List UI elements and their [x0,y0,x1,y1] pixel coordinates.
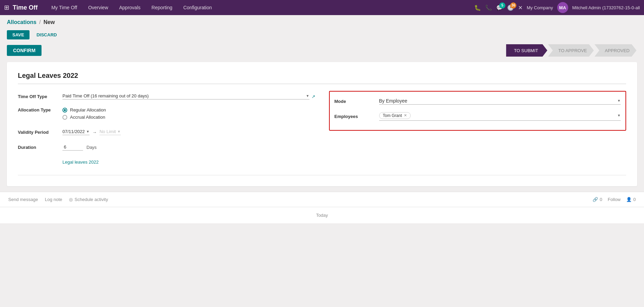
status-step-to-approve[interactable]: TO APPROVE [548,44,594,57]
duration-input[interactable] [62,144,83,151]
duration-unit: Days [86,145,97,150]
breadcrumb-current: New [44,19,55,25]
status-steps: TO SUBMIT TO APPROVE APPROVED [506,44,637,57]
app-title: Time Off [13,4,38,11]
radio-regular-label: Regular Allocation [70,107,106,113]
top-navigation: ⊞ Time Off My Time Off Overview Approval… [0,0,644,15]
form-description[interactable]: Legal leaves 2022 [62,160,315,165]
breadcrumb-parent[interactable]: Allocations [7,19,36,25]
mode-row: Mode By Employee ▼ [335,96,621,107]
allocation-type-row: Allocation Type Regular Allocation Accru… [18,106,315,120]
validity-start-field[interactable]: 07/11/2022 ▼ [62,129,90,135]
employee-tag-close[interactable]: ✕ [404,113,407,118]
duration-label: Duration [18,145,62,150]
status-bar: CONFIRM TO SUBMIT TO APPROVE APPROVED [0,43,644,59]
nav-configuration[interactable]: Configuration [178,0,217,15]
confirm-button[interactable]: CONFIRM [7,45,42,56]
time-off-type-label: Time Off Type [18,94,62,99]
duration-row-inner: Days [62,144,315,151]
schedule-activity-button[interactable]: ◎ Schedule activity [69,197,108,202]
followers-count: 0 [633,197,636,202]
followers-icon: 👤 [626,197,632,202]
time-off-type-dropdown-arrow: ▼ [306,94,309,98]
radio-regular-dot [62,108,67,113]
close-icon[interactable]: ✕ [518,4,523,11]
today-section: Today [0,207,644,223]
time-off-type-row: Time Off Type Paid Time Off (16 remainin… [18,91,315,102]
phone-icon[interactable]: 📞 [485,4,492,11]
clock-icon[interactable]: 🕐 36 [507,4,514,11]
toolbar: SAVE DISCARD [0,28,644,43]
breadcrumb: Allocations / New [0,15,644,28]
radio-accrual-label: Accrual Allocation [70,115,105,120]
attachments-count: 0 [600,197,602,202]
discard-button[interactable]: DISCARD [32,30,61,39]
duration-field: Days [62,144,315,151]
status-step-to-submit[interactable]: TO SUBMIT [506,44,547,57]
bug-icon[interactable]: 🐛 [474,4,481,11]
avatar[interactable]: MA [557,2,568,13]
attachments-item[interactable]: 🔗 0 [593,197,602,202]
nav-menu: My Time Off Overview Approvals Reporting… [46,0,474,15]
schedule-activity-icon: ◎ [69,197,73,202]
employees-dropdown-arrow: ▼ [617,114,621,117]
employees-field: Tom Grant ✕ ▼ [379,112,621,121]
validity-arrow-icon: → [92,130,97,135]
topbar-right: 🐛 📞 💬 5 🕐 36 ✕ My Company MA Mitchell Ad… [474,2,640,13]
grid-icon[interactable]: ⊞ [4,4,9,11]
chat-icon[interactable]: 💬 5 [496,4,503,11]
bottom-right: 🔗 0 Follow 👤 0 [593,197,636,202]
breadcrumb-separator: / [39,19,40,25]
form-title: Legal Leaves 2022 [18,72,626,84]
employee-tag: Tom Grant ✕ [379,112,411,119]
validity-row: 07/11/2022 ▼ → No Limit ▼ [62,129,315,135]
allocation-type-field: Regular Allocation Accrual Allocation [62,107,315,120]
form-divider [18,175,626,175]
bottom-bar: Send message Log note ◎ Schedule activit… [0,192,644,207]
employees-select[interactable]: Tom Grant ✕ ▼ [379,112,621,121]
company-name[interactable]: My Company [527,5,553,10]
send-message-button[interactable]: Send message [8,197,38,202]
mode-value: By Employee [379,98,407,104]
employees-row: Employees Tom Grant ✕ ▼ [335,111,621,122]
time-off-type-select[interactable]: Paid Time Off (16 remaining out of 20 da… [62,93,309,99]
radio-accrual-dot [62,115,67,120]
time-off-type-value: Paid Time Off (16 remaining out of 20 da… [62,93,149,98]
validity-end-value: No Limit [99,129,116,134]
mode-field: By Employee ▼ [379,98,621,105]
radio-regular[interactable]: Regular Allocation [62,107,315,113]
save-button[interactable]: SAVE [7,30,30,39]
external-link-icon[interactable]: ↗ [312,94,315,99]
chat-badge: 5 [499,2,505,9]
page-body: Allocations / New SAVE DISCARD CONFIRM T… [0,15,644,307]
mode-select[interactable]: By Employee ▼ [379,98,621,105]
nav-approvals[interactable]: Approvals [114,0,146,15]
validity-start-arrow: ▼ [86,130,90,133]
validity-start-value: 07/11/2022 [62,129,85,134]
mode-label: Mode [335,99,379,104]
time-off-type-field: Paid Time Off (16 remaining out of 20 da… [62,93,309,99]
validity-end-field[interactable]: No Limit ▼ [99,129,121,135]
nav-reporting[interactable]: Reporting [146,0,178,15]
schedule-activity-label: Schedule activity [74,197,108,202]
follow-button[interactable]: Follow [608,197,621,202]
form-grid: Time Off Type Paid Time Off (16 remainin… [18,91,626,165]
followers-item[interactable]: 👤 0 [626,197,636,202]
username[interactable]: Mitchell Admin (17320762-15-0-all [572,5,640,10]
nav-overview[interactable]: Overview [83,0,114,15]
radio-group: Regular Allocation Accrual Allocation [62,107,315,120]
validity-period-label: Validity Period [18,130,62,135]
form-left: Time Off Type Paid Time Off (16 remainin… [18,91,315,165]
clock-badge: 36 [510,2,516,9]
log-note-button[interactable]: Log note [45,197,62,202]
radio-accrual[interactable]: Accrual Allocation [62,115,315,120]
today-label: Today [316,213,328,218]
form-card: Legal Leaves 2022 Time Off Type Paid Tim… [7,62,637,186]
employees-label: Employees [335,114,379,119]
status-step-approved[interactable]: APPROVED [595,44,636,57]
follow-label: Follow [608,197,621,202]
attachment-icon: 🔗 [593,197,598,202]
nav-my-time-off[interactable]: My Time Off [46,0,83,15]
duration-row: Duration Days [18,142,315,153]
highlighted-box: Mode By Employee ▼ Employees [329,91,627,131]
